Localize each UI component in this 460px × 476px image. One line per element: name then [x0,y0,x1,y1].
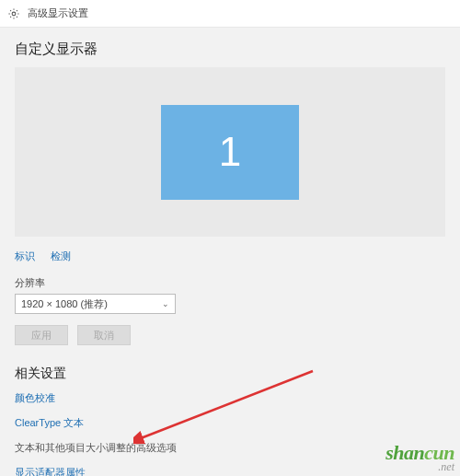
page-title: 自定义显示器 [15,41,445,58]
cancel-button[interactable]: 取消 [77,325,131,345]
resolution-label: 分辨率 [15,276,445,290]
resolution-value: 1920 × 1080 (推荐) [21,297,108,311]
advanced-sizing-text: 文本和其他项目大小调整的高级选项 [15,441,445,455]
svg-point-0 [12,12,16,16]
content-area: 自定义显示器 1 标识 检测 分辨率 1920 × 1080 (推荐) ⌄ 应用… [0,28,460,476]
adapter-properties-link[interactable]: 显示适配器属性 [15,466,445,476]
identify-link[interactable]: 标识 [15,250,35,261]
chevron-down-icon: ⌄ [162,299,169,308]
monitor-tile-1[interactable]: 1 [161,105,299,200]
resolution-select[interactable]: 1920 × 1080 (推荐) ⌄ [15,294,176,314]
window-title: 高级显示设置 [28,6,88,20]
detect-link[interactable]: 检测 [51,250,71,261]
gear-icon [7,7,20,20]
watermark: shancun .net [385,443,454,472]
color-calibration-link[interactable]: 颜色校准 [15,391,445,405]
titlebar: 高级显示设置 [0,0,460,28]
related-settings-title: 相关设置 [15,366,445,382]
apply-button[interactable]: 应用 [15,325,68,345]
monitor-arrangement-panel[interactable]: 1 [15,67,445,237]
cleartype-link[interactable]: ClearType 文本 [15,416,445,430]
